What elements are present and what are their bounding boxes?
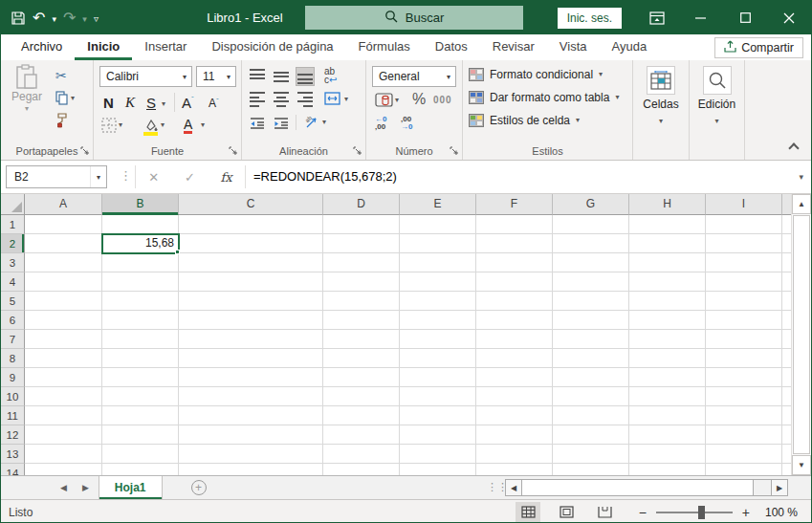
cell-E1[interactable] (400, 215, 476, 234)
cell-H12[interactable] (629, 425, 706, 445)
cell-I13[interactable] (706, 445, 782, 464)
fill-color-dropdown-icon[interactable]: ▾ (161, 121, 165, 129)
cell-H11[interactable] (629, 406, 706, 425)
scroll-left-icon[interactable]: ◀ (506, 480, 522, 495)
cell-E7[interactable] (400, 330, 476, 349)
row-header-7[interactable]: 7 (1, 330, 25, 349)
tab-vista[interactable]: Vista (547, 34, 600, 60)
cell-F14[interactable] (476, 464, 553, 475)
alignment-dialog-launcher-icon[interactable] (353, 146, 362, 156)
cell-A13[interactable] (25, 445, 102, 464)
cell-I4[interactable] (706, 272, 782, 292)
cell-H5[interactable] (629, 292, 706, 311)
column-header-E[interactable]: E (400, 194, 476, 215)
cell-F2[interactable] (476, 234, 553, 253)
cell-F5[interactable] (476, 292, 553, 311)
format-as-table-button[interactable]: Dar formato como tabla ▾ (469, 91, 619, 104)
close-button[interactable] (767, 1, 811, 34)
cell-H4[interactable] (629, 272, 706, 292)
cell-C2[interactable] (179, 234, 323, 253)
cell-A5[interactable] (25, 292, 102, 311)
cell-G8[interactable] (553, 349, 629, 368)
decrease-decimal-button[interactable]: ,00→0 (399, 114, 414, 133)
borders-dropdown-icon[interactable]: ▾ (119, 121, 122, 129)
accounting-format-button[interactable] (373, 91, 395, 113)
cell-styles-button[interactable]: Estilos de celda ▾ (469, 114, 580, 127)
increase-decimal-button[interactable]: ←0,00 (373, 114, 388, 133)
tab-disposicion[interactable]: Disposición de página (199, 34, 345, 60)
cell-D1[interactable] (323, 215, 400, 234)
cell-G2[interactable] (553, 234, 629, 253)
increase-font-button[interactable]: Aˆ (182, 95, 194, 111)
increase-indent-button[interactable] (272, 114, 291, 135)
copy-dropdown-icon[interactable]: ▾ (71, 95, 75, 102)
cell-H6[interactable] (629, 311, 706, 330)
editing-button[interactable]: Edición ▾ (693, 66, 740, 125)
cell-B3[interactable] (102, 253, 179, 272)
name-box-dropdown-icon[interactable]: ▾ (90, 166, 106, 187)
format-painter-button[interactable] (55, 113, 69, 128)
row-header-2[interactable]: 2 (1, 234, 25, 253)
cell-D2[interactable] (323, 234, 400, 253)
ribbon-display-options-icon[interactable] (635, 1, 679, 34)
cell-G4[interactable] (553, 272, 629, 292)
tab-revisar[interactable]: Revisar (480, 34, 547, 60)
font-size-select[interactable]: 11▾ (196, 66, 236, 87)
font-dialog-launcher-icon[interactable] (229, 146, 238, 156)
tab-archivo[interactable]: Archivo (9, 34, 75, 60)
tab-inicio[interactable]: Inicio (75, 34, 132, 60)
cell-F10[interactable] (476, 387, 553, 406)
column-header-I[interactable]: I (706, 194, 782, 215)
align-top-button[interactable] (248, 67, 267, 86)
row-header-12[interactable]: 12 (1, 425, 25, 445)
cell-I1[interactable] (706, 215, 782, 234)
select-all-corner[interactable] (1, 194, 25, 215)
font-name-select[interactable]: Calibri▾ (99, 66, 192, 87)
cell-I5[interactable] (706, 292, 782, 311)
collapse-ribbon-icon[interactable] (788, 142, 799, 153)
cell-D5[interactable] (323, 292, 400, 311)
cell-B1[interactable] (102, 215, 179, 234)
zoom-slider-thumb[interactable] (698, 506, 705, 519)
row-header-1[interactable]: 1 (1, 215, 25, 234)
cell-I12[interactable] (706, 425, 782, 445)
cell-F13[interactable] (476, 445, 553, 464)
row-header-11[interactable]: 11 (1, 406, 25, 425)
cell-E10[interactable] (400, 387, 476, 406)
cell-B4[interactable] (102, 272, 179, 292)
zoom-out-button[interactable]: − (639, 505, 647, 520)
column-header-G[interactable]: G (553, 194, 629, 215)
customize-qat-icon[interactable]: ▿ (94, 11, 99, 24)
row-header-13[interactable]: 13 (1, 445, 25, 464)
zoom-slider[interactable] (656, 512, 733, 513)
cell-G3[interactable] (553, 253, 629, 272)
cell-C9[interactable] (179, 368, 323, 387)
cell-B14[interactable] (102, 464, 179, 475)
tab-datos[interactable]: Datos (423, 34, 480, 60)
cell-I6[interactable] (706, 311, 782, 330)
comma-style-button[interactable]: 000 (431, 93, 454, 107)
cell-I3[interactable] (706, 253, 782, 272)
cell-C10[interactable] (179, 387, 323, 406)
undo-button[interactable]: ↶ (33, 7, 45, 30)
cell-D4[interactable] (323, 272, 400, 292)
accounting-dropdown-icon[interactable]: ▾ (395, 97, 399, 104)
row-header-6[interactable]: 6 (1, 311, 25, 330)
cell-F7[interactable] (476, 330, 553, 349)
cell-A8[interactable] (25, 349, 102, 368)
cell-H13[interactable] (629, 445, 706, 464)
cell-A12[interactable] (25, 425, 102, 445)
horizontal-scrollbar-thumb[interactable] (522, 480, 754, 495)
cell-H3[interactable] (629, 253, 706, 272)
row-header-3[interactable]: 3 (1, 253, 25, 272)
cell-C1[interactable] (179, 215, 323, 234)
cell-I9[interactable] (706, 368, 782, 387)
cell-E11[interactable] (400, 406, 476, 425)
cell-D10[interactable] (323, 387, 400, 406)
cell-G6[interactable] (553, 311, 629, 330)
font-color-dropdown-icon[interactable]: ▾ (201, 121, 205, 129)
cell-G12[interactable] (553, 425, 629, 445)
cell-B10[interactable] (102, 387, 179, 406)
merge-center-button[interactable] (322, 90, 342, 111)
conditional-formatting-button[interactable]: Formato condicional ▾ (469, 68, 603, 81)
